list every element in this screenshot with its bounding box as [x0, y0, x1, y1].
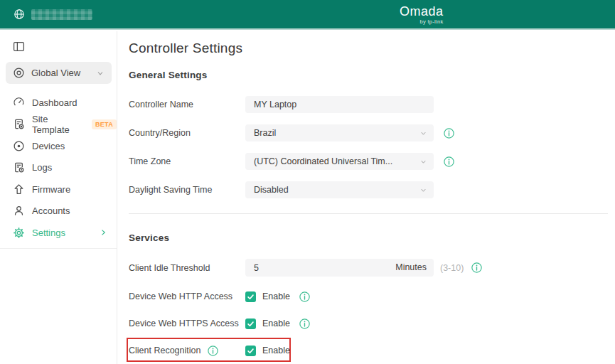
info-icon[interactable]: [444, 128, 454, 139]
main-content: Controller Settings General Settings Con…: [118, 31, 615, 364]
daylight-saving-row: Daylight Saving Time Disabled: [129, 181, 615, 198]
country-region-label: Country/Region: [129, 128, 245, 138]
redacted-site-name: [31, 9, 92, 20]
info-icon[interactable]: [299, 291, 310, 302]
device-web-http-row: Device Web HTTP Access Enable: [129, 291, 310, 302]
omada-logo: Omada by tp-link: [400, 5, 444, 25]
info-icon[interactable]: [471, 262, 482, 273]
chevron-right-icon: [99, 228, 107, 237]
page-title: Controller Settings: [129, 41, 242, 56]
header-site-selector[interactable]: [14, 9, 92, 20]
client-recognition-label: Client Recognition: [129, 346, 200, 355]
enable-label: Enable: [262, 346, 290, 355]
client-idle-threshold-label: Client Idle Threshold: [129, 263, 245, 273]
client-idle-threshold-row: Client Idle Threshold Minutes (3-10): [129, 259, 615, 277]
sidebar-item-label: Firmware: [32, 184, 70, 195]
threshold-range-hint: (3-10): [440, 263, 464, 273]
time-zone-select[interactable]: (UTC) Coordinated Universal Tim...: [245, 153, 434, 170]
sidebar-item-devices[interactable]: Devices: [0, 135, 117, 157]
daylight-saving-value: Disabled: [254, 185, 289, 195]
time-zone-label: Time Zone: [129, 156, 245, 166]
device-web-http-label: Device Web HTTP Access: [129, 291, 245, 301]
info-icon[interactable]: [299, 318, 310, 329]
sidebar: Global View Dashboard: [0, 31, 117, 364]
device-web-https-row: Device Web HTTPS Access Enable: [129, 318, 310, 329]
sidebar-item-accounts[interactable]: Accounts: [0, 200, 117, 223]
sidebar-item-firmware[interactable]: Firmware: [0, 178, 117, 200]
device-web-https-label: Device Web HTTPS Access: [129, 318, 245, 328]
dashboard-icon: [13, 97, 25, 109]
omada-controller-settings-page: Omada by tp-link Global View: [0, 0, 615, 364]
top-header-bar: Omada by tp-link: [0, 0, 615, 30]
info-icon[interactable]: [444, 156, 454, 167]
client-recognition-checkbox[interactable]: [245, 346, 256, 356]
info-icon[interactable]: [208, 346, 218, 356]
global-view-label: Global View: [31, 68, 96, 78]
services-heading: Services: [129, 232, 169, 243]
sidebar-item-label: Settings: [32, 228, 65, 238]
country-region-select[interactable]: Brazil: [245, 124, 434, 141]
chevron-down-icon: [419, 186, 427, 194]
sidebar-item-label: Devices: [32, 141, 65, 151]
country-region-value: Brazil: [254, 128, 276, 138]
sidebar-collapse-icon[interactable]: [12, 40, 25, 53]
sidebar-menu: Dashboard Site Template BETA: [0, 92, 117, 249]
enable-label: Enable: [262, 318, 290, 328]
controller-name-row: Controller Name: [129, 96, 615, 113]
daylight-saving-label: Daylight Saving Time: [129, 185, 245, 195]
device-web-https-checkbox[interactable]: [245, 318, 256, 329]
country-region-row: Country/Region Brazil: [129, 124, 615, 141]
daylight-saving-select[interactable]: Disabled: [245, 181, 434, 198]
client-recognition-row: Client Recognition Enable: [129, 345, 290, 356]
logs-icon: [13, 161, 25, 173]
sidebar-item-logs[interactable]: Logs: [0, 157, 117, 179]
controller-name-label: Controller Name: [129, 100, 245, 109]
devices-icon: [13, 140, 25, 152]
sidebar-item-label: Dashboard: [32, 97, 77, 108]
time-zone-row: Time Zone (UTC) Coordinated Universal Ti…: [129, 153, 615, 170]
section-divider: [129, 213, 608, 214]
beta-badge: BETA: [92, 119, 117, 129]
global-view-icon: [13, 67, 25, 79]
sidebar-item-settings[interactable]: Settings: [0, 222, 117, 244]
enable-label: Enable: [262, 291, 290, 301]
client-idle-threshold-input[interactable]: [245, 259, 434, 277]
site-template-icon: [13, 118, 25, 130]
brand-subtitle: by tp-link: [400, 19, 444, 25]
sidebar-item-label: Site Template: [32, 114, 86, 135]
sidebar-item-dashboard[interactable]: Dashboard: [0, 92, 117, 114]
accounts-icon: [13, 205, 25, 217]
client-recognition-label-group: Client Recognition: [129, 346, 245, 356]
settings-gear-icon: [13, 227, 25, 239]
sidebar-item-label: Accounts: [32, 205, 70, 216]
global-view-selector[interactable]: Global View: [6, 62, 112, 84]
sidebar-item-site-template[interactable]: Site Template BETA: [0, 114, 117, 136]
chevron-down-icon: [96, 69, 105, 77]
device-web-http-checkbox[interactable]: [245, 291, 256, 302]
brand-name: Omada: [400, 5, 444, 18]
globe-icon: [14, 9, 25, 20]
controller-name-input[interactable]: [245, 96, 434, 113]
chevron-down-icon: [419, 158, 427, 166]
time-zone-value: (UTC) Coordinated Universal Tim...: [254, 156, 392, 166]
firmware-icon: [13, 183, 25, 196]
general-settings-heading: General Settings: [129, 70, 207, 80]
sidebar-item-label: Logs: [32, 162, 52, 173]
chevron-down-icon: [419, 129, 427, 137]
